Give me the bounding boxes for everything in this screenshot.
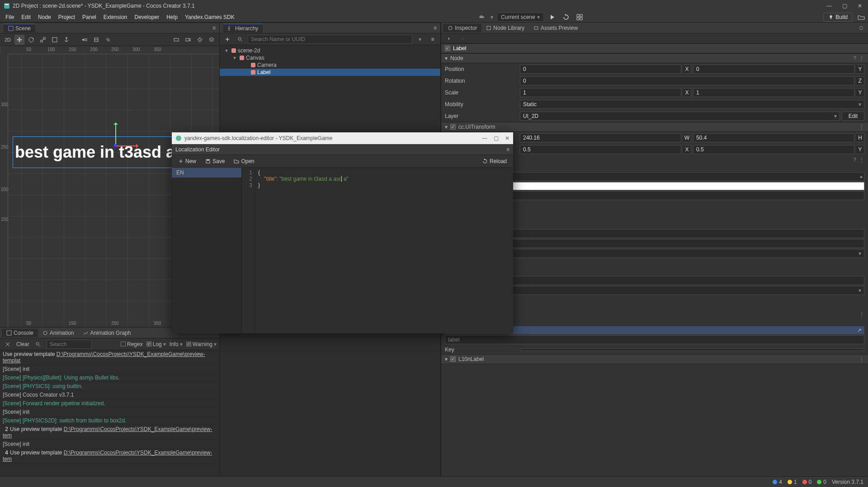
tree-row[interactable]: Camera xyxy=(220,61,440,69)
stat-info[interactable]: 4 xyxy=(773,479,782,485)
add-node-button[interactable] xyxy=(222,34,232,44)
snap-button[interactable] xyxy=(103,35,113,45)
build-button[interactable]: Build xyxy=(823,13,853,22)
loc-panel-menu[interactable]: ≡ xyxy=(506,146,509,153)
rect-tool[interactable] xyxy=(50,35,60,45)
gear-button[interactable] xyxy=(195,35,205,45)
localization-editor-window[interactable]: yandex-games-sdk.localization-editor - Y… xyxy=(172,132,513,333)
play-button[interactable] xyxy=(547,12,557,22)
console-link[interactable]: D:\Programms\CocosProjects\YSDK_ExampleG… xyxy=(3,450,212,462)
menu-icon[interactable]: ⋮ xyxy=(859,157,864,163)
info-checkbox[interactable]: Info▾ xyxy=(170,341,183,347)
scene-tab[interactable]: Scene xyxy=(4,23,35,33)
grid-toggle-button[interactable] xyxy=(575,12,585,22)
assets-preview-tab[interactable]: Assets Preview xyxy=(529,24,582,32)
edit-layer-button[interactable]: Edit xyxy=(842,112,864,121)
anchor-tool[interactable] xyxy=(61,35,71,45)
folder-button[interactable] xyxy=(856,12,866,22)
camera-button[interactable] xyxy=(183,35,193,45)
layer-select[interactable]: UI_2D▾ xyxy=(520,112,840,121)
help-icon[interactable]: ? xyxy=(853,55,856,61)
content-size-h[interactable]: 50.4 xyxy=(693,133,854,142)
animation-tab[interactable]: Animation xyxy=(38,329,78,337)
animation-graph-tab[interactable]: Animation Graph xyxy=(78,329,135,337)
menu-edit[interactable]: Edit xyxy=(18,13,34,21)
menu-developer[interactable]: Developer xyxy=(131,13,163,21)
loc-save-button[interactable]: Save xyxy=(202,157,228,165)
menu-node[interactable]: Node xyxy=(34,13,55,21)
scale-y[interactable]: 1 xyxy=(693,88,854,97)
mode-2d-button[interactable]: 2D xyxy=(3,35,13,45)
stat-ok[interactable]: 0 xyxy=(817,479,826,485)
menu-project[interactable]: Project xyxy=(55,13,79,21)
position-x[interactable]: 0 xyxy=(520,65,681,74)
stat-warning[interactable]: 1 xyxy=(788,479,797,485)
hierarchy-search-input[interactable] xyxy=(248,35,412,44)
console-tab[interactable]: Console xyxy=(2,329,38,337)
hierarchy-list-button[interactable]: ≡ xyxy=(428,34,438,44)
regex-checkbox[interactable]: Regex xyxy=(121,341,143,347)
scene-selector[interactable]: Current scene ▾ xyxy=(497,13,543,22)
nav-forward[interactable]: › xyxy=(458,33,467,43)
menu-file[interactable]: File xyxy=(2,13,18,21)
minimize-button[interactable]: — xyxy=(825,3,834,9)
loc-language-item-en[interactable]: EN xyxy=(172,168,241,178)
loc-open-button[interactable]: Open xyxy=(230,157,258,165)
menu-extension[interactable]: Extension xyxy=(100,13,131,21)
expand-button[interactable] xyxy=(856,23,866,33)
close-button[interactable]: ✕ xyxy=(855,3,864,9)
anchor-x[interactable]: 0.5 xyxy=(520,145,681,154)
console-link[interactable]: D:\Programms\CocosProjects\YSDK_ExampleG… xyxy=(3,426,212,439)
help-icon[interactable]: ? xyxy=(853,157,856,163)
position-y[interactable]: 0 xyxy=(693,65,854,74)
rotation-z[interactable]: 0 xyxy=(520,76,854,85)
loc-close[interactable]: ✕ xyxy=(505,135,509,141)
menu-help[interactable]: Help xyxy=(163,13,181,21)
node-active-checkbox[interactable]: ✓ xyxy=(445,46,450,51)
mobility-select[interactable]: Static▾ xyxy=(520,100,864,109)
console-link[interactable]: D:\Programms\CocosProjects\YSDK_ExampleG… xyxy=(3,351,205,364)
nav-back[interactable]: ‹ xyxy=(444,33,454,43)
inspector-tab[interactable]: Inspector xyxy=(443,24,481,32)
menu-icon[interactable]: ⋮ xyxy=(859,55,864,61)
menu-panel[interactable]: Panel xyxy=(79,13,100,21)
loc-new-button[interactable]: New xyxy=(175,157,200,165)
loc-code[interactable]: { "title": "best game in t3asd a asd a" … xyxy=(255,168,513,333)
scale-x[interactable]: 1 xyxy=(520,88,681,97)
node-library-tab[interactable]: Node Library xyxy=(481,24,529,32)
cloud-icon[interactable] xyxy=(477,12,487,22)
maximize-button[interactable]: ▢ xyxy=(840,3,849,9)
node-name-header[interactable]: ✓ Label xyxy=(441,43,868,53)
tree-row[interactable]: Label xyxy=(220,69,440,76)
content-size-w[interactable]: 240.16 xyxy=(520,133,681,142)
move-tool[interactable] xyxy=(14,35,24,45)
loc-minimize[interactable]: — xyxy=(482,135,487,141)
tree-row[interactable]: ▾scene-2d xyxy=(220,47,440,54)
menu-yandex-sdk[interactable]: Yandex.Games SDK xyxy=(181,13,238,21)
layers-button[interactable] xyxy=(207,35,217,45)
node-section-header[interactable]: ▾Node ?⋮ xyxy=(441,53,868,63)
menu-icon[interactable]: ⋮ xyxy=(859,124,864,130)
aspect-button[interactable] xyxy=(171,35,181,45)
menu-icon[interactable]: ⋮ xyxy=(859,311,864,317)
refresh-button[interactable] xyxy=(561,12,571,22)
clear-label[interactable]: Clear xyxy=(16,341,29,347)
anchor-y[interactable]: 0.5 xyxy=(693,145,854,154)
hierarchy-tab[interactable]: Hierarchy xyxy=(223,23,263,33)
loc-window-titlebar[interactable]: yandex-games-sdk.localization-editor - Y… xyxy=(172,132,513,144)
uitransform-header[interactable]: ▾✓cc.UITransform ⋮ xyxy=(441,122,868,132)
material-open-button[interactable]: ▸ xyxy=(860,173,863,180)
scale-tool[interactable] xyxy=(38,35,48,45)
hierarchy-panel-menu[interactable]: ≡ xyxy=(434,25,437,31)
key-field[interactable] xyxy=(520,348,864,351)
pivot-button[interactable] xyxy=(80,35,90,45)
console-search-input[interactable] xyxy=(47,340,92,349)
rotate-tool[interactable] xyxy=(26,35,36,45)
loc-reload-button[interactable]: Reload xyxy=(479,157,510,165)
clear-button[interactable] xyxy=(3,339,13,349)
open-script-icon[interactable]: ↗ xyxy=(857,327,862,333)
local-global-button[interactable] xyxy=(91,35,101,45)
menu-icon[interactable]: ⋮ xyxy=(859,356,864,362)
scene-panel-menu[interactable]: ≡ xyxy=(212,25,216,31)
loc-code-editor[interactable]: 1 2 3 { "title": "best game in t3asd a a… xyxy=(242,168,513,333)
